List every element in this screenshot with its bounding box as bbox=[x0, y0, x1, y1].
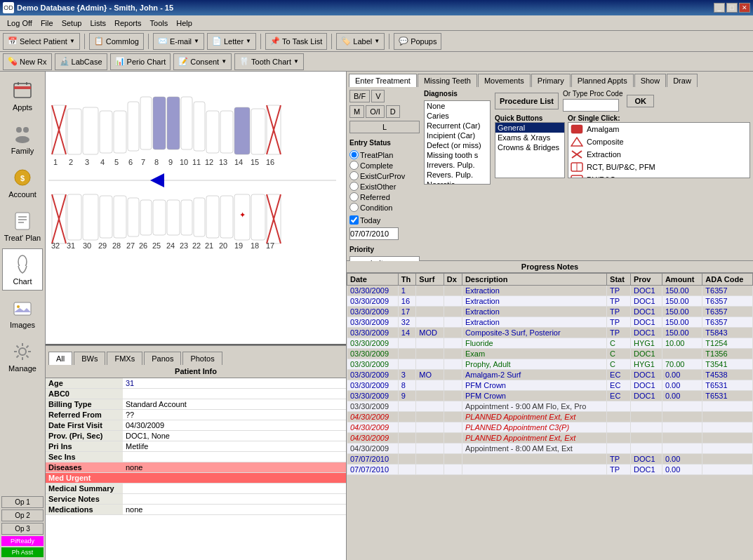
radio-existother[interactable] bbox=[349, 182, 359, 191]
table-row[interactable]: 03/30/200932ExtractionTPDOC1150.00T6357 bbox=[347, 317, 753, 328]
popups-button[interactable]: 💬 Popups bbox=[394, 33, 441, 50]
table-row[interactable]: 04/30/2009PLANNED Appointment Ext, Ext bbox=[347, 433, 753, 444]
table-row[interactable]: 03/30/2009Prophy, AdultCHYG170.00T3541 bbox=[347, 359, 753, 370]
diagnosis-incipient[interactable]: Incipient (Car) bbox=[425, 131, 490, 140]
ok-button[interactable]: OK bbox=[627, 95, 654, 107]
table-row[interactable]: 04/30/2009Appointment - 8:00 AM Ext, Ext bbox=[347, 444, 753, 454]
consent-button[interactable]: 📝 Consent ▼ bbox=[173, 53, 232, 70]
table-row[interactable]: 03/30/20099PFM CrownECDOC10.00T6531 bbox=[347, 391, 753, 401]
table-row[interactable]: 03/30/20091ExtractionTPDOC1150.00T6357 bbox=[347, 286, 753, 296]
sidebar-item-family[interactable]: Family bbox=[2, 118, 43, 160]
table-row[interactable]: 03/30/200916ExtractionTPDOC1150.00T6357 bbox=[347, 296, 753, 307]
quick-btn-crowns[interactable]: Crowns & Bridges bbox=[495, 142, 564, 152]
tab-missing-teeth[interactable]: Missing Teeth bbox=[418, 74, 477, 87]
status-existother[interactable]: ExistOther bbox=[349, 181, 420, 192]
diagnosis-revers[interactable]: Revers. Pulp. bbox=[425, 170, 490, 180]
menu-logoff[interactable]: Log Off bbox=[3, 18, 36, 29]
menu-lists[interactable]: Lists bbox=[86, 18, 110, 29]
status-referred[interactable]: Referred bbox=[349, 192, 420, 202]
status-condition[interactable]: Condition bbox=[349, 202, 420, 213]
labcase-button[interactable]: 🔬 LabCase bbox=[55, 53, 107, 70]
radio-condition[interactable] bbox=[349, 203, 359, 212]
table-row[interactable]: 07/07/2010TPDOC10.00 bbox=[347, 465, 753, 475]
diagnosis-defect[interactable]: Defect (or miss) bbox=[425, 140, 490, 150]
tab-draw[interactable]: Draw bbox=[667, 74, 698, 87]
radio-complete[interactable] bbox=[349, 161, 359, 170]
quick-btn-exams[interactable]: Exams & Xrays bbox=[495, 133, 564, 142]
ph-asst-button[interactable]: Ph Asst bbox=[1, 547, 44, 557]
type-proc-input[interactable] bbox=[563, 99, 619, 112]
tab-enter-treatment[interactable]: Enter Treatment bbox=[349, 74, 417, 87]
radio-treatplan[interactable] bbox=[349, 150, 359, 159]
upper-teeth-svg[interactable]: 1 2 3 4 5 6 7 8 9 10 11 12 13 bbox=[48, 84, 336, 168]
op1-button[interactable]: Op 1 bbox=[1, 496, 44, 508]
op2-button[interactable]: Op 2 bbox=[1, 509, 44, 521]
tab-photos[interactable]: Photos bbox=[182, 352, 222, 365]
lower-teeth-svg[interactable]: ✦ 32 31 bbox=[48, 191, 336, 275]
tab-all[interactable]: All bbox=[48, 352, 72, 365]
table-row[interactable]: 04/30/2009PLANNED Appointment Ext, Ext bbox=[347, 412, 753, 422]
menu-help[interactable]: Help bbox=[172, 18, 196, 29]
proc-extraction[interactable]: Extraction bbox=[568, 148, 749, 161]
proc-bupc[interactable]: BU/P&C bbox=[568, 173, 749, 178]
commlog-button[interactable]: 📋 Commlog bbox=[89, 33, 144, 50]
tooth-chart-button[interactable]: 🦷 Tooth Chart ▼ bbox=[234, 53, 304, 70]
procedure-list-button[interactable]: Procedure List bbox=[495, 93, 559, 109]
l-button[interactable]: L bbox=[349, 121, 420, 133]
table-row[interactable]: 03/30/20098PFM CrownECDOC10.00T6531 bbox=[347, 380, 753, 391]
table-row[interactable]: 03/30/200917ExtractionTPDOC1150.00T6357 bbox=[347, 307, 753, 317]
table-row[interactable]: 03/30/200914MODComposite-3 Surf, Posteri… bbox=[347, 328, 753, 338]
table-row[interactable]: 03/30/2009Appointment - 9:00 AM Flo, Ex,… bbox=[347, 401, 753, 412]
proc-composite[interactable]: Composite bbox=[568, 135, 749, 148]
diagnosis-caries[interactable]: Caries bbox=[425, 111, 490, 121]
diagnosis-missingtooth[interactable]: Missing tooth s bbox=[425, 150, 490, 160]
menu-file[interactable]: File bbox=[36, 18, 58, 29]
bf-button[interactable]: B/F bbox=[349, 90, 370, 102]
tab-bws[interactable]: BWs bbox=[74, 352, 105, 365]
menu-tools[interactable]: Tools bbox=[146, 18, 173, 29]
label-button[interactable]: 🏷️ Label ▼ bbox=[336, 33, 385, 50]
date-input[interactable] bbox=[349, 227, 399, 240]
d-button[interactable]: D bbox=[386, 105, 400, 118]
tab-planned-appts[interactable]: Planned Appts bbox=[571, 74, 634, 87]
diagnosis-recurrent[interactable]: Recurrent (Car) bbox=[425, 121, 490, 131]
letter-button[interactable]: 📄 Letter ▼ bbox=[207, 33, 256, 50]
oi-button[interactable]: O/I bbox=[366, 105, 385, 118]
table-row[interactable]: 03/30/2009ExamCDOC1T1356 bbox=[347, 349, 753, 359]
sidebar-item-manage[interactable]: Manage bbox=[2, 335, 43, 378]
sidebar-item-treatplan[interactable]: Treat' Plan bbox=[2, 205, 43, 247]
m-button[interactable]: M bbox=[349, 105, 364, 118]
minimize-button[interactable]: _ bbox=[714, 3, 725, 13]
proc-rct-bupc-pfm[interactable]: RCT, BU/P&C, PFM bbox=[568, 161, 749, 173]
menu-setup[interactable]: Setup bbox=[58, 18, 86, 29]
quick-btn-general[interactable]: General bbox=[495, 123, 564, 133]
maximize-button[interactable]: □ bbox=[726, 3, 738, 13]
table-row[interactable]: 07/07/2010TPDOC10.00 bbox=[347, 454, 753, 465]
radio-existcurprov[interactable] bbox=[349, 171, 359, 180]
menu-reports[interactable]: Reports bbox=[110, 18, 146, 29]
progress-table-wrapper[interactable]: Date Th Surf Dx Description Stat Prov Am… bbox=[347, 273, 753, 560]
today-checkbox[interactable] bbox=[349, 215, 359, 225]
sidebar-item-images[interactable]: Images bbox=[2, 292, 43, 334]
pi-ready-button[interactable]: PiReady bbox=[1, 536, 44, 546]
tab-panos[interactable]: Panos bbox=[144, 352, 181, 365]
diagnosis-necrotic[interactable]: Necrotic bbox=[425, 180, 490, 185]
status-complete[interactable]: Complete bbox=[349, 160, 420, 171]
close-button[interactable]: ✕ bbox=[739, 3, 750, 13]
sidebar-item-account[interactable]: $ Account bbox=[2, 161, 43, 204]
sidebar-item-appts[interactable]: Appts bbox=[2, 74, 43, 116]
email-button[interactable]: ✉️ E-mail ▼ bbox=[153, 33, 204, 50]
diagnosis-list[interactable]: None Caries Recurrent (Car) Incipient (C… bbox=[424, 100, 491, 185]
tab-primary[interactable]: Primary bbox=[531, 74, 571, 87]
tab-movements[interactable]: Movements bbox=[478, 74, 531, 87]
quick-buttons-list[interactable]: General Exams & Xrays Crowns & Bridges bbox=[495, 122, 565, 178]
table-row[interactable]: 04/30/2009PLANNED Appointment C3(P) bbox=[347, 422, 753, 433]
diagnosis-irrevers[interactable]: Irrevers. Pulp. bbox=[425, 160, 490, 170]
table-row[interactable]: 03/30/2009FluorideCHYG110.00T1254 bbox=[347, 338, 753, 349]
perio-chart-button[interactable]: 📊 Perio Chart bbox=[110, 53, 171, 70]
diagnosis-none[interactable]: None bbox=[425, 101, 490, 111]
sidebar-item-chart[interactable]: Chart bbox=[2, 248, 43, 291]
new-rx-button[interactable]: 💊 New Rx bbox=[3, 53, 52, 70]
tab-fmxs[interactable]: FMXs bbox=[107, 352, 142, 365]
status-existcurprov[interactable]: ExistCurProv bbox=[349, 171, 420, 181]
